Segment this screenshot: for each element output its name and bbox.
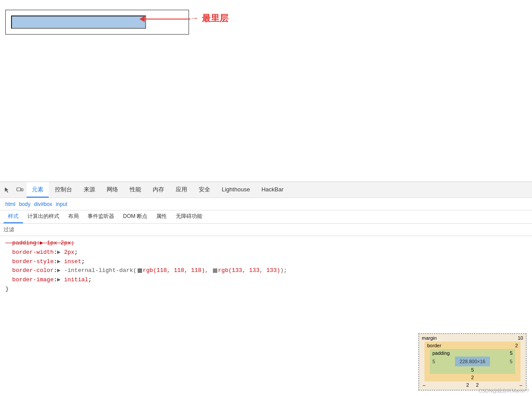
- breadcrumb-div[interactable]: div#box: [32, 201, 54, 207]
- sub-tab-properties[interactable]: 属性: [152, 210, 171, 223]
- breadcrumb: html body div#box input: [0, 198, 532, 210]
- sub-tab-dom-breakpoints[interactable]: DOM 断点: [119, 210, 152, 223]
- bm-border-label: border: [427, 343, 441, 348]
- tab-performance[interactable]: 性能: [124, 182, 146, 198]
- breadcrumb-html[interactable]: html: [4, 201, 17, 207]
- arrow-line: [142, 19, 190, 19]
- bm-padding-label: padding: [432, 350, 450, 356]
- breadcrumb-body[interactable]: body: [17, 201, 32, 207]
- bm-margin-label: margin: [422, 335, 437, 341]
- bm-right-padding: 5: [510, 359, 513, 364]
- cursor-icon[interactable]: [2, 184, 13, 196]
- bm-margin-value: 10: [518, 335, 523, 341]
- css-line-2: border-width:▶ 2px;: [5, 248, 527, 257]
- tab-security[interactable]: 安全: [193, 182, 216, 198]
- bm-right-border: 2: [476, 382, 479, 388]
- filter-label: 过滤: [4, 226, 14, 233]
- bm-left-border: 2: [466, 382, 469, 388]
- bm-padding-value: 5: [510, 350, 513, 356]
- tab-hackbar[interactable]: HackBar: [256, 182, 289, 198]
- tab-console[interactable]: 控制台: [50, 182, 77, 198]
- demo-input[interactable]: [11, 16, 146, 29]
- bm-border-box: border 2 padding 5 5 228.800×16 5 5: [424, 342, 520, 381]
- bm-margin-box: margin 10 border 2 padding 5 5: [419, 334, 526, 390]
- sub-tab-event-listeners[interactable]: 事件监听器: [83, 210, 119, 223]
- tab-sources[interactable]: 来源: [78, 182, 100, 198]
- tab-lighthouse[interactable]: Lighthouse: [216, 182, 255, 198]
- bm-right-side: –: [520, 382, 522, 388]
- watermark: CSDN@就你叫Martin？: [478, 388, 530, 394]
- sub-tab-computed[interactable]: 计算出的样式: [23, 210, 64, 223]
- bm-left-side: –: [423, 382, 425, 388]
- devtools-panel: 元素 控制台 来源 网络 性能 内存 应用 安全 Lighthouse Hack…: [0, 182, 532, 396]
- sub-tab-layout[interactable]: 布局: [64, 210, 83, 223]
- tab-memory[interactable]: 内存: [147, 182, 170, 198]
- sub-tab-styles[interactable]: 样式: [4, 210, 23, 223]
- box-container: [5, 10, 189, 35]
- tab-application[interactable]: 应用: [170, 182, 193, 198]
- tab-elements[interactable]: 元素: [27, 182, 49, 198]
- filter-bar: 过滤: [0, 224, 532, 236]
- sub-tab-accessibility[interactable]: 无障碍功能: [171, 210, 207, 223]
- bm-bottom-border: 2: [427, 375, 518, 380]
- css-line-3: border-style:▶ inset;: [5, 257, 527, 267]
- sub-tabs: 样式 计算出的样式 布局 事件监听器 DOM 断点 属性 无障碍功能: [0, 210, 532, 224]
- bm-padding-box: padding 5 5 228.800×16 5 5: [430, 349, 515, 374]
- preview-area: → 最里层: [0, 0, 532, 182]
- bm-left-padding: 5: [432, 359, 435, 364]
- bm-border-value: 2: [515, 343, 518, 348]
- zuili-label: → 最里层: [190, 12, 228, 24]
- devtools-tabs: 元素 控制台 来源 网络 性能 内存 应用 安全 Lighthouse Hack…: [0, 182, 532, 198]
- css-line-5: border-image:▶ initial;: [5, 276, 527, 285]
- bm-bottom-padding: 5: [432, 367, 513, 373]
- box-model-panel: margin 10 border 2 padding 5 5: [418, 333, 527, 391]
- tab-network[interactable]: 网络: [101, 182, 123, 198]
- arrow-head: [139, 16, 145, 22]
- css-line-1: padding:▶ 1px 2px;: [5, 239, 527, 248]
- bm-content-size: 228.800×16: [455, 357, 490, 366]
- svg-rect-0: [17, 188, 21, 191]
- breadcrumb-input[interactable]: input: [54, 201, 69, 207]
- css-line-6: }: [5, 285, 527, 294]
- css-line-4: border-color:▶ -internal-light-dark(rgb(…: [5, 266, 527, 276]
- svg-rect-1: [21, 189, 23, 191]
- device-icon[interactable]: [14, 184, 26, 196]
